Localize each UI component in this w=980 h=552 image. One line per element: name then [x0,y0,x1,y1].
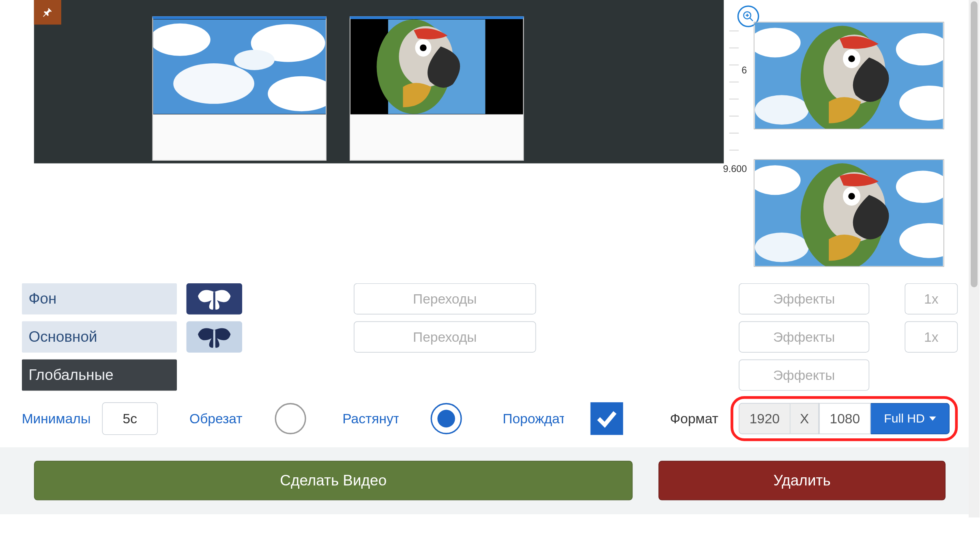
sky-clouds-image [153,19,326,114]
make-video-button[interactable]: Сделать Видео [34,461,633,500]
format-preset-dropdown[interactable]: Full HD [871,403,950,434]
format-height[interactable]: 1080 [819,403,870,434]
stretch-radio[interactable] [430,403,462,434]
speed-button[interactable]: 1x [905,283,958,315]
delete-button[interactable]: Удалить [658,461,946,500]
duration-input[interactable] [102,402,158,435]
vertical-scrollbar[interactable] [969,0,980,518]
svg-point-3 [173,63,254,104]
scrollbar-thumb[interactable] [971,1,978,287]
preview-stage [34,0,724,163]
svg-point-24 [848,55,855,62]
generate-label: Порождать [503,411,564,427]
effects-button[interactable]: Эффекты [739,359,869,390]
format-separator: X [791,403,819,434]
transitions-button[interactable]: Переходы [354,321,536,353]
effects-button[interactable]: Эффекты [739,283,869,315]
butterfly-icon[interactable] [186,283,242,315]
layer-main-label[interactable]: Основной [22,321,177,353]
svg-point-5 [234,50,275,70]
layer-global-label[interactable]: Глобальные [22,359,177,390]
speed-button[interactable]: 1x [905,321,958,353]
timeline-thumbnail-1[interactable] [153,16,327,161]
butterfly-icon[interactable] [186,321,242,353]
format-width[interactable]: 1920 [739,403,790,434]
svg-line-13 [750,18,753,21]
frame-preview-2[interactable] [754,159,944,267]
footer-bar: Сделать Видео Удалить [0,447,980,514]
svg-point-29 [755,233,808,262]
format-label: Формат [670,411,718,427]
transitions-button[interactable]: Переходы [354,283,536,315]
generate-checkbox[interactable] [591,402,623,435]
frame-preview-1[interactable] [754,22,944,129]
layer-background-label[interactable]: Фон [22,283,177,315]
svg-point-11 [420,44,427,51]
crop-radio[interactable] [275,403,306,434]
stretch-label: Растянуть [342,411,399,427]
parrot-image [350,19,523,114]
svg-point-20 [755,95,808,125]
svg-point-33 [848,193,855,200]
effects-button[interactable]: Эффекты [739,321,869,353]
format-group-highlight: 1920 X 1080 Full HD [731,396,958,441]
minimal-duration-label: Минимальная [22,411,90,427]
ruler-tick: 6 [741,65,750,75]
ruler-tick: 9.600 [723,163,750,174]
timeline-thumbnail-2[interactable] [350,16,524,161]
crop-label: Обрезать [189,411,242,427]
